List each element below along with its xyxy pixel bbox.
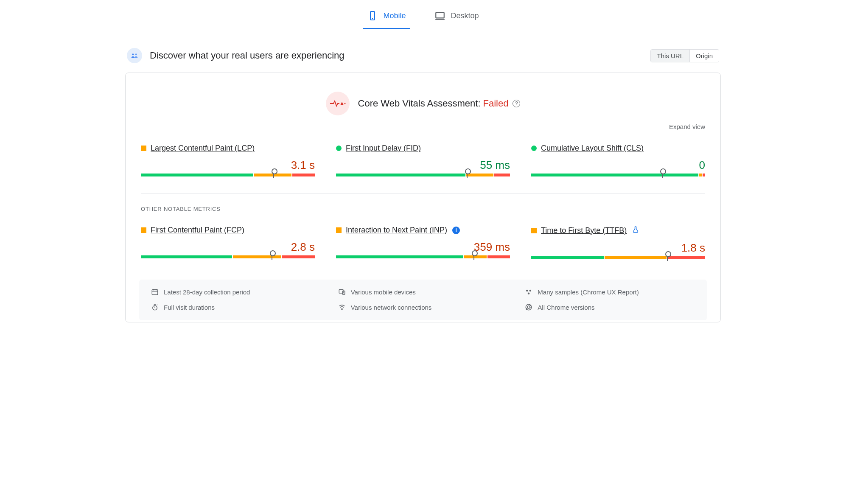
- tab-mobile[interactable]: Mobile: [363, 7, 410, 29]
- distribution-bar: [531, 174, 705, 176]
- bar-poor: [703, 174, 705, 176]
- mobile-icon: [367, 10, 378, 21]
- tab-mobile-label: Mobile: [383, 11, 406, 20]
- percentile-marker: [273, 171, 274, 178]
- core-metric: Cumulative Layout Shift (CLS) 0: [531, 144, 705, 176]
- status-dot: [531, 146, 537, 151]
- distribution-bar: [141, 255, 315, 258]
- assessment-status: Failed: [483, 98, 509, 109]
- metric-name-link[interactable]: Time to First Byte (TTFB): [541, 226, 627, 235]
- core-metrics-grid: Largest Contentful Paint (LCP) 3.1 s Fir…: [141, 144, 705, 176]
- bar-poor: [292, 174, 315, 176]
- svg-rect-8: [152, 290, 158, 295]
- chrome-ux-report-link[interactable]: Chrome UX Report: [583, 288, 637, 296]
- bar-good: [336, 255, 463, 258]
- status-dot: [336, 227, 342, 233]
- other-metrics-label: OTHER NOTABLE METRICS: [141, 206, 705, 212]
- metric-name-link[interactable]: Cumulative Layout Shift (CLS): [541, 144, 644, 153]
- scope-this-url[interactable]: This URL: [651, 50, 689, 62]
- metric-value: 359 ms: [336, 241, 510, 254]
- bar-needs-improvement: [466, 174, 494, 176]
- bar-needs-improvement: [605, 256, 667, 259]
- section-title: Discover what your real users are experi…: [150, 50, 345, 61]
- distribution-bar: [336, 174, 510, 176]
- samples-icon: [525, 288, 532, 296]
- info-network: Various network connections: [351, 304, 432, 311]
- metric-value: 1.8 s: [531, 241, 705, 255]
- bar-good: [141, 174, 253, 176]
- svg-point-4: [132, 53, 134, 55]
- scope-origin[interactable]: Origin: [689, 50, 719, 62]
- svg-point-16: [528, 293, 530, 295]
- metric-value: 2.8 s: [141, 241, 315, 254]
- core-metric: First Input Delay (FID) 55 ms: [336, 144, 510, 176]
- divider: [141, 193, 705, 194]
- assessment-label: Core Web Vitals Assessment:: [358, 98, 481, 109]
- info-devices: Various mobile devices: [351, 288, 416, 296]
- info-icon[interactable]: i: [452, 227, 460, 234]
- assessment-help-icon[interactable]: ?: [513, 100, 520, 107]
- percentile-marker: [473, 252, 474, 260]
- network-icon: [338, 303, 346, 311]
- vitals-card: Core Web Vitals Assessment: Failed ? Exp…: [125, 73, 721, 322]
- other-metric: Time to First Byte (TTFB) 1.8 s: [531, 226, 705, 259]
- core-metric: Largest Contentful Paint (LCP) 3.1 s: [141, 144, 315, 176]
- distribution-bar: [336, 255, 510, 258]
- calendar-icon: [151, 288, 159, 296]
- collection-info: Latest 28-day collection period Various …: [139, 280, 707, 320]
- other-metric: First Contentful Paint (FCP) 2.8 s: [141, 226, 315, 259]
- assessment-row: Core Web Vitals Assessment: Failed ?: [141, 92, 705, 115]
- svg-point-23: [527, 306, 530, 308]
- metric-name-link[interactable]: Largest Contentful Paint (LCP): [151, 144, 255, 153]
- metric-name-link[interactable]: Interaction to Next Paint (INP): [346, 226, 447, 235]
- other-metric: Interaction to Next Paint (INP) i 359 ms: [336, 226, 510, 259]
- bar-needs-improvement: [699, 174, 702, 176]
- bar-good: [531, 256, 604, 259]
- percentile-marker: [467, 171, 468, 178]
- chrome-icon: [525, 303, 532, 311]
- devices-icon: [338, 288, 346, 296]
- bar-poor: [282, 255, 315, 258]
- metric-name-link[interactable]: First Input Delay (FID): [346, 144, 421, 153]
- info-durations: Full visit durations: [164, 304, 215, 311]
- bar-good: [531, 174, 698, 176]
- status-dot: [531, 228, 537, 233]
- bar-poor: [494, 174, 510, 176]
- svg-marker-6: [340, 102, 344, 105]
- metric-value: 3.1 s: [141, 159, 315, 172]
- svg-point-14: [526, 290, 528, 292]
- svg-point-15: [529, 290, 532, 292]
- percentile-marker: [667, 253, 668, 261]
- bar-poor: [487, 255, 510, 258]
- svg-rect-2: [436, 12, 445, 18]
- status-dot: [141, 227, 146, 233]
- svg-line-20: [157, 305, 158, 305]
- scope-toggle: This URL Origin: [650, 49, 719, 62]
- desktop-icon: [434, 10, 445, 21]
- bar-good: [141, 255, 232, 258]
- assessment-status-icon: [326, 92, 350, 115]
- info-period: Latest 28-day collection period: [164, 288, 250, 296]
- expand-view-link[interactable]: Expand view: [669, 123, 705, 130]
- other-metrics-grid: First Contentful Paint (FCP) 2.8 s Inter…: [141, 226, 705, 259]
- stopwatch-icon: [151, 303, 159, 311]
- metric-value: 0: [531, 159, 705, 172]
- svg-point-21: [342, 308, 342, 309]
- tab-desktop-label: Desktop: [451, 11, 479, 20]
- bar-poor: [667, 256, 705, 259]
- info-versions: All Chrome versions: [538, 304, 594, 311]
- svg-point-5: [135, 53, 137, 55]
- flask-icon[interactable]: [632, 226, 639, 235]
- percentile-marker: [272, 252, 272, 260]
- bar-good: [336, 174, 465, 176]
- distribution-bar: [141, 174, 315, 176]
- metric-name-link[interactable]: First Contentful Paint (FCP): [151, 226, 244, 235]
- info-samples: Many samples (Chrome UX Report): [538, 288, 639, 296]
- svg-point-7: [344, 103, 345, 104]
- tab-desktop[interactable]: Desktop: [430, 7, 483, 29]
- status-dot: [141, 146, 146, 151]
- percentile-marker: [662, 171, 663, 178]
- distribution-bar: [531, 256, 705, 259]
- device-tabs: Mobile Desktop: [125, 0, 721, 29]
- status-dot: [336, 146, 342, 151]
